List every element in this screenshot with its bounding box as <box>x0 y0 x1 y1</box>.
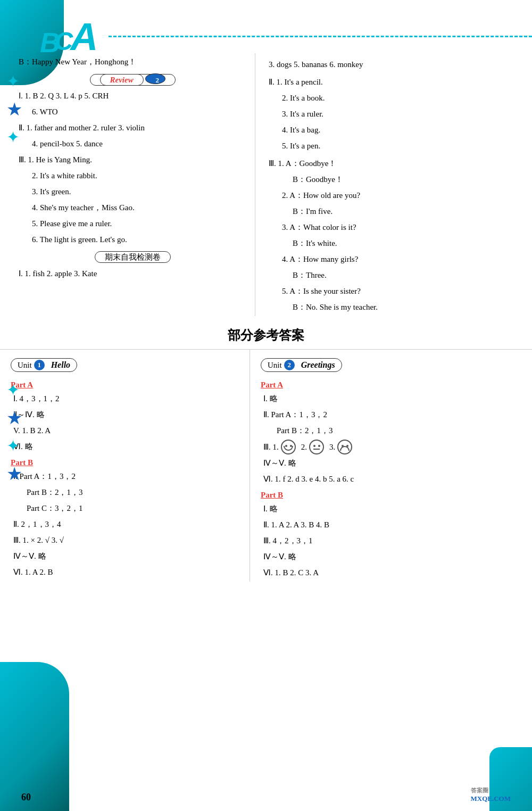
review2-III-2: 2. It's a white rabbit. <box>16 169 250 183</box>
right-III-2a: 2. A：How old are you? <box>266 188 500 203</box>
unit2-partA-III: Ⅲ. 1. 2. 3. <box>261 440 495 454</box>
unit2-num-badge: 2 <box>284 360 295 370</box>
unit1-title: Hello <box>51 360 70 370</box>
unit1-partB-VI: Ⅵ. 1. A 2. B <box>11 565 244 580</box>
watermark-top: 答案圈 <box>471 787 511 795</box>
star-icon-7: ★ <box>6 463 22 484</box>
unit2-partA-I: Ⅰ. 略 <box>261 392 495 406</box>
right-II-5: 5. It's a pen. <box>266 139 500 153</box>
review2-III-header: Ⅲ. 1. He is Yang Ming. <box>16 153 250 167</box>
qimo-I: Ⅰ. 1. fish 2. apple 3. Kate <box>16 267 250 281</box>
roman-III-label: Ⅲ. 1. <box>263 440 279 454</box>
right-III-1a: 1. A：Goodbye！ <box>278 159 337 168</box>
unit1-num-badge: 1 <box>34 360 45 370</box>
unit1-partB-IV-V: Ⅳ～Ⅴ. 略 <box>11 549 244 564</box>
review-title-text: Review <box>100 74 144 86</box>
right-III-3a: 3. A：What color is it? <box>266 220 500 235</box>
unit1-partA-VI: Ⅵ. 略 <box>11 440 244 454</box>
review2-II-sub: 4. pencil-box 5. dance <box>16 137 250 151</box>
review2-II: Ⅱ. 1. father and mother 2. ruler 3. viol… <box>16 121 250 135</box>
unit1-badge-text: Unit <box>18 361 32 370</box>
header-dashed-line <box>109 36 532 37</box>
right-II-header: Ⅱ. 1. It's a pencil. <box>266 75 500 89</box>
letter-a: A <box>70 15 98 59</box>
unit1-partB-III: Ⅲ. 1. × 2. √ 3. √ <box>11 533 244 548</box>
bca-header: B C A <box>0 0 532 53</box>
unit2-partA-II-b: Part B：2，1，3 <box>261 424 495 438</box>
unit2-partB-II: Ⅱ. 1. A 2. A 3. B 4. B <box>261 518 495 532</box>
review2-I: Ⅰ. 1. B 2. Q 3. L 4. p 5. CRH <box>16 89 250 103</box>
right-III-5a: 5. A：Is she your sister? <box>266 284 500 299</box>
star-icon-5: ★ <box>6 407 22 428</box>
review2-III-1: 1. He is Yang Ming. <box>28 155 92 164</box>
right-III-5b: B：No. She is my teacher. <box>266 300 500 315</box>
review2-III-5: 5. Please give me a ruler. <box>16 217 250 231</box>
star-icon-1: ✦ <box>6 72 22 90</box>
review2-III-6: 6. The light is green. Let's go. <box>16 233 250 247</box>
unit2-partB-IV-V: Ⅳ～Ⅴ. 略 <box>261 550 495 564</box>
review-num-badge: 2 <box>145 73 165 84</box>
qimo-section-title: 期末自我检测卷 <box>16 252 250 262</box>
right-III-4a: 4. A：How many girls? <box>266 252 500 267</box>
unit1-partA-V: V. 1. B 2. A <box>11 424 244 438</box>
main-content-upper: B：Happy New Year，Honghong！ Review 2 Ⅰ. 1… <box>0 53 532 316</box>
unit2-partA-VI: Ⅵ. 1. f 2. d 3. e 4. b 5. a 6. c <box>261 472 495 486</box>
right-II-2: 2. It's a book. <box>266 91 500 105</box>
unit1-partB-I-a: Ⅰ. Part A：1，3，2 <box>11 469 244 484</box>
unit1-section: Unit 1 Hello Part A Ⅰ. 4，3，1，2 Ⅱ～Ⅳ. 略 V.… <box>0 350 250 582</box>
emoji-happy <box>337 440 352 454</box>
right-roman-II: Ⅱ <box>269 78 272 86</box>
unit1-partA-I: Ⅰ. 4，3，1，2 <box>11 392 244 406</box>
left-star-decorations-bottom: ✦ ★ ✦ ★ <box>6 373 22 492</box>
watermark-bottom: MXQE.COM <box>471 795 511 803</box>
right-II-3: 3. It's a ruler. <box>266 107 500 121</box>
left-star-decorations: ✦ ★ ✦ <box>6 64 22 154</box>
right-III-1b: B：Goodbye！ <box>266 172 500 187</box>
unit1-partB-I-b: Part B：2，1，3 <box>11 485 244 500</box>
review2-III-3: 3. It's green. <box>16 185 250 199</box>
unit2-section: Unit 2 Greetings Part A Ⅰ. 略 Ⅱ. Part A：1… <box>250 350 500 582</box>
left-column: B：Happy New Year，Honghong！ Review 2 Ⅰ. 1… <box>5 53 255 316</box>
unit2-partB-label: Part B <box>261 491 495 500</box>
num-2-label: 2. <box>301 440 307 454</box>
review2-II-content: 1. father and mother 2. ruler 3. violin <box>27 123 145 132</box>
unit2-partB-VI: Ⅵ. 1. B 2. C 3. A <box>261 566 495 580</box>
right-III-2b: B：I'm five. <box>266 204 500 219</box>
answers-grid: Unit 1 Hello Part A Ⅰ. 4，3，1，2 Ⅱ～Ⅳ. 略 V.… <box>0 349 532 582</box>
bg-decor-bottom-left <box>0 662 69 811</box>
roman-III: Ⅲ <box>19 155 24 164</box>
review2-III-4: 4. She's my teacher，Miss Gao. <box>16 201 250 215</box>
review2-I-sub: 6. WTO <box>16 105 250 119</box>
watermark: 答案圈 MXQE.COM <box>471 787 511 803</box>
right-III-4b: B：Three. <box>266 268 500 283</box>
num-3-label: 3. <box>329 440 335 454</box>
qimo-title-text: 期末自我检测卷 <box>95 251 171 263</box>
greeting-line: B：Happy New Year，Honghong！ <box>16 55 250 69</box>
unit2-partA-IV-V: Ⅳ～Ⅴ. 略 <box>261 456 495 470</box>
unit2-badge-container: Unit 2 Greetings <box>261 354 495 376</box>
right-II-4: 4. It's a bag. <box>266 123 500 137</box>
emoji-neutral <box>309 440 324 454</box>
unit2-partA-label: Part A <box>261 380 495 390</box>
unit2-partB-I: Ⅰ. 略 <box>261 502 495 516</box>
unit1-badge-container: Unit 1 Hello <box>11 354 244 376</box>
review2-section-title: Review 2 <box>16 73 250 85</box>
right-II-1: 1. It's a pencil. <box>277 78 323 86</box>
unit2-title: Greetings <box>301 360 335 370</box>
unit1-partA-label: Part A <box>11 380 244 390</box>
page-number: 60 <box>21 792 31 803</box>
unit2-partA-II-a: Ⅱ. Part A：1，3，2 <box>261 408 495 422</box>
unit2-badge: Unit 2 Greetings <box>261 358 342 372</box>
qimo-I-content: 1. fish 2. apple 3. Kate <box>25 269 97 278</box>
unit1-partA-II-IV: Ⅱ～Ⅳ. 略 <box>11 408 244 422</box>
section-divider-title: 部分参考答案 <box>0 316 532 349</box>
unit1-partB-II: Ⅱ. 2，1，3，4 <box>11 517 244 532</box>
right-top-1: 3. dogs 5. bananas 6. monkey <box>266 57 500 72</box>
right-column: 3. dogs 5. bananas 6. monkey Ⅱ. 1. It's … <box>255 53 505 316</box>
review2-I-content: 1. B 2. Q 3. L 4. p 5. CRH <box>25 92 109 100</box>
unit2-badge-text: Unit <box>268 361 282 370</box>
emoji-sad <box>281 440 296 454</box>
star-icon-4: ✦ <box>6 380 22 399</box>
right-roman-III: Ⅲ <box>269 159 274 168</box>
right-III-3b: B：It's white. <box>266 236 500 251</box>
